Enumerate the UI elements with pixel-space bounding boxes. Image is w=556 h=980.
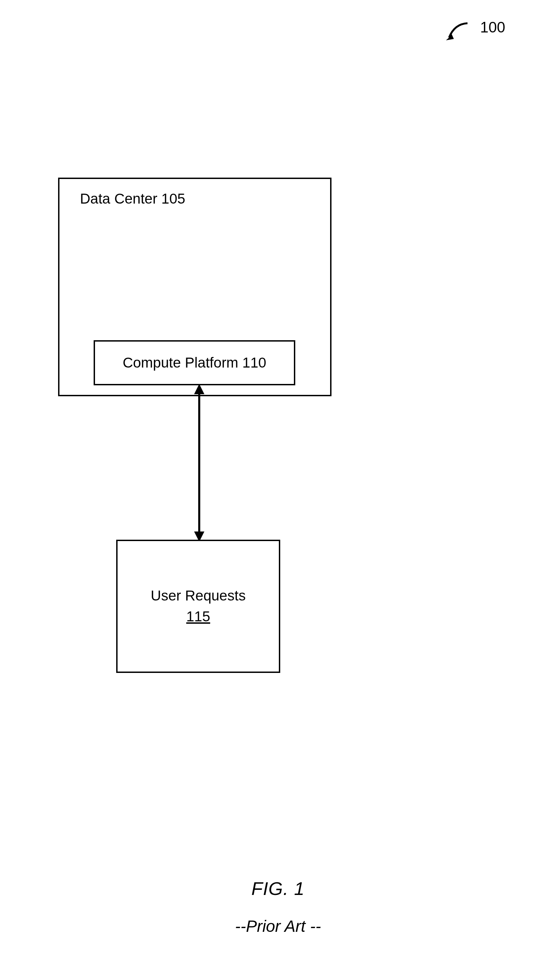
data-center-box: Data Center 105 Compute Platform 110 xyxy=(58,177,331,396)
svg-marker-1 xyxy=(194,384,204,394)
compute-platform-label: Compute Platform 110 xyxy=(123,355,266,371)
compute-platform-box: Compute Platform 110 xyxy=(94,340,295,385)
reference-number: 100 xyxy=(480,19,505,36)
figure-label: FIG. 1 xyxy=(0,878,556,899)
user-requests-box: User Requests 115 xyxy=(116,540,280,673)
double-arrow-icon xyxy=(194,384,204,542)
user-requests-label: User Requests xyxy=(151,585,246,606)
user-requests-number: 115 xyxy=(186,606,210,627)
prior-art-note: --Prior Art -- xyxy=(0,917,556,936)
figure-captions: FIG. 1 --Prior Art -- xyxy=(0,878,556,936)
data-center-label: Data Center 105 xyxy=(80,190,185,207)
reference-arrow-icon xyxy=(444,21,472,48)
diagram-canvas: Data Center 105 Compute Platform 110 Use… xyxy=(58,177,331,653)
